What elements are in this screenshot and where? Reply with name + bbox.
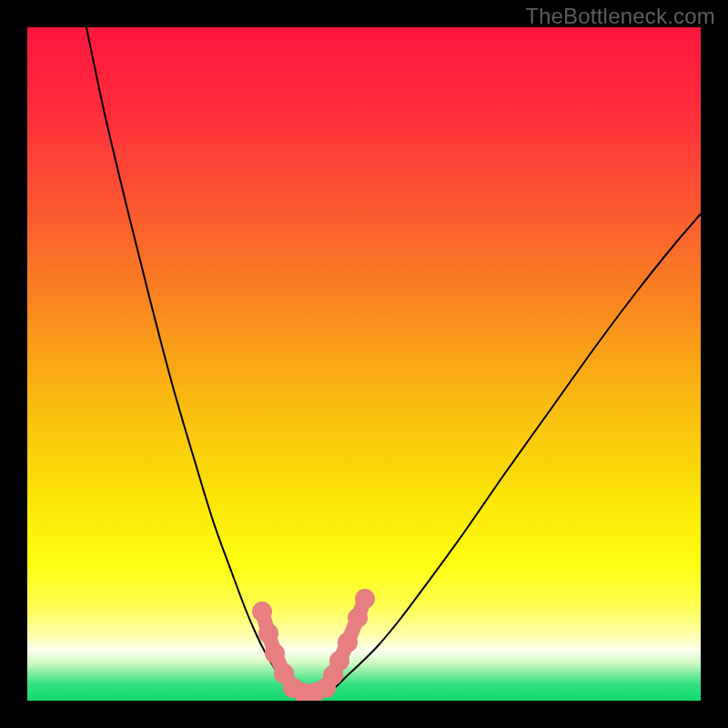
marker-point [252,602,272,622]
marker-point [258,623,278,643]
marker-point [265,643,285,663]
marker-point [329,651,349,671]
marker-point [338,632,358,652]
marker-point [348,608,368,628]
marker-point [355,589,375,609]
outer-frame: TheBottleneck.com [0,0,728,728]
bottleneck-chart [27,27,701,701]
watermark-text: TheBottleneck.com [525,4,715,29]
plot-area [27,27,701,701]
